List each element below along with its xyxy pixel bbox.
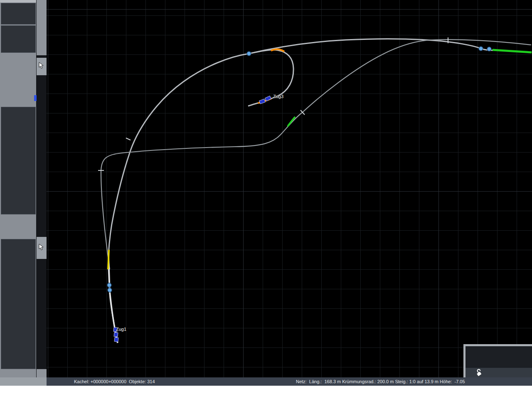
- select-cursor-icon[interactable]: [38, 244, 44, 251]
- track-node[interactable]: [107, 283, 111, 287]
- strip-block-cursor-2: [37, 237, 47, 259]
- dock-panel-3[interactable]: [1, 107, 36, 214]
- train-car[interactable]: [114, 337, 118, 342]
- train-label-zug1: Zug1: [116, 327, 126, 332]
- status-tile-objects: Kachel: +000000+000000 Objekte: 314: [74, 379, 155, 384]
- statusbar-left-filler: [0, 377, 47, 386]
- side-strip: [37, 0, 47, 377]
- track-left-arc[interactable]: [108, 54, 249, 343]
- track-node[interactable]: [108, 288, 112, 292]
- track-plan-canvas[interactable]: Zug3 Zug1: [47, 0, 532, 377]
- status-bar: Kachel: +000000+000000 Objekte: 314 Netz…: [47, 377, 532, 386]
- status-net-info: Netz: Läng.: 168.3 m Krümmungsrad.: 200.…: [296, 379, 465, 384]
- strip-block-cursor-1: [37, 58, 47, 75]
- joint-marker: [126, 138, 131, 140]
- strip-block-top: [37, 0, 47, 55]
- signal-segment-green-mid[interactable]: [288, 117, 295, 126]
- track-mid-horizontal[interactable]: [101, 112, 303, 269]
- dock-panel-4[interactable]: [1, 239, 36, 369]
- dock-panel-1[interactable]: [1, 3, 36, 25]
- track-node[interactable]: [247, 52, 251, 56]
- track-nodes: [107, 47, 491, 292]
- bottom-empty-area: [0, 386, 532, 399]
- train-car[interactable]: [265, 96, 271, 101]
- train-zug3[interactable]: [259, 96, 271, 104]
- signal-segment-green-right[interactable]: [493, 50, 532, 52]
- train-car[interactable]: [259, 99, 266, 104]
- dock-top-strip: [0, 0, 36, 2]
- select-cursor-icon[interactable]: [38, 62, 44, 69]
- train-label-zug3: Zug3: [273, 94, 283, 99]
- track-node[interactable]: [479, 47, 483, 51]
- track-map[interactable]: [47, 0, 532, 377]
- dock-panel-2[interactable]: [1, 25, 36, 53]
- unlock-icon[interactable]: [475, 368, 483, 377]
- track-editor-window: Zug3 Zug1 Kachel: +000000+000000 Objekte…: [0, 0, 532, 386]
- corner-tool-panel: [463, 344, 532, 377]
- train-car[interactable]: [114, 332, 118, 337]
- track-node[interactable]: [487, 47, 491, 51]
- track-top-line[interactable]: [249, 39, 493, 54]
- signal-segment-yellow[interactable]: [108, 250, 109, 269]
- left-toolbar-dock: [0, 0, 37, 377]
- strip-block-bottom: [37, 369, 47, 377]
